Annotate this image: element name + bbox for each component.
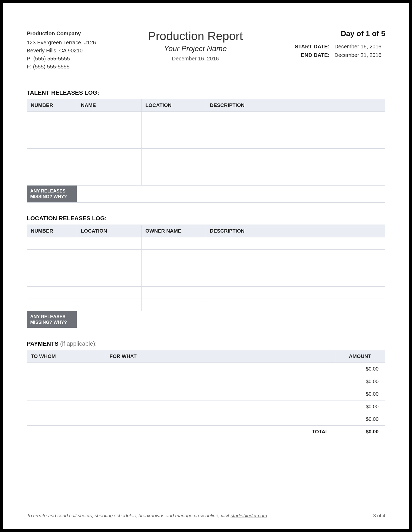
for-what-cell[interactable] <box>106 388 335 400</box>
report-date: December 16, 2016 <box>96 56 295 62</box>
start-date-row: START DATE: December 16, 2016 <box>295 42 385 51</box>
table-row: $0.00 <box>27 388 385 400</box>
location-missing-input[interactable] <box>77 311 385 328</box>
table-cell[interactable] <box>27 161 77 173</box>
table-cell[interactable] <box>142 299 206 311</box>
table-cell[interactable] <box>206 136 385 149</box>
table-cell[interactable] <box>77 274 142 286</box>
table-cell[interactable] <box>142 262 206 274</box>
table-cell[interactable] <box>77 149 142 161</box>
table-cell[interactable] <box>77 161 142 173</box>
table-cell[interactable] <box>77 237 142 249</box>
company-address-2: Beverly Hills, CA 90210 <box>27 47 96 55</box>
table-cell[interactable] <box>27 262 77 274</box>
table-cell[interactable] <box>206 161 385 173</box>
table-cell[interactable] <box>77 173 142 186</box>
table-cell[interactable] <box>27 149 77 161</box>
table-cell[interactable] <box>27 299 77 311</box>
table-cell[interactable] <box>27 286 77 299</box>
table-cell[interactable] <box>206 249 385 262</box>
col-owner-name: OWNER NAME <box>142 225 206 237</box>
location-releases-heading: LOCATION RELEASES LOG: <box>27 215 385 222</box>
to-whom-cell[interactable] <box>27 363 106 375</box>
table-cell[interactable] <box>142 249 206 262</box>
table-cell[interactable] <box>206 274 385 286</box>
table-cell[interactable] <box>142 237 206 249</box>
table-row: $0.00 <box>27 363 385 375</box>
page-number: 3 of 4 <box>373 513 385 519</box>
amount-cell[interactable]: $0.00 <box>335 413 385 426</box>
for-what-cell[interactable] <box>106 363 335 375</box>
table-cell[interactable] <box>77 112 142 124</box>
table-cell[interactable] <box>206 173 385 186</box>
page: Production Company 123 Evergreen Terrace… <box>0 0 412 532</box>
to-whom-cell[interactable] <box>27 388 106 400</box>
table-cell[interactable] <box>206 237 385 249</box>
table-row <box>27 149 385 161</box>
table-cell[interactable] <box>206 112 385 124</box>
table-cell[interactable] <box>27 124 77 136</box>
for-what-cell[interactable] <box>106 413 335 426</box>
col-location: LOCATION <box>142 99 206 112</box>
table-cell[interactable] <box>27 112 77 124</box>
table-cell[interactable] <box>206 286 385 299</box>
amount-cell[interactable]: $0.00 <box>335 400 385 413</box>
table-cell[interactable] <box>206 299 385 311</box>
footer-link[interactable]: studiobinder.com <box>231 513 267 518</box>
for-what-cell[interactable] <box>106 400 335 413</box>
table-cell[interactable] <box>142 112 206 124</box>
table-cell[interactable] <box>142 149 206 161</box>
day-of: Day of 1 of 5 <box>295 29 385 38</box>
table-cell[interactable] <box>142 274 206 286</box>
table-row <box>27 249 385 262</box>
table-cell[interactable] <box>27 249 77 262</box>
table-row: $0.00 <box>27 413 385 426</box>
col-number: NUMBER <box>27 99 77 112</box>
table-cell[interactable] <box>77 286 142 299</box>
table-cell[interactable] <box>206 149 385 161</box>
table-cell[interactable] <box>142 173 206 186</box>
table-cell[interactable] <box>27 274 77 286</box>
payments-heading: PAYMENTS (if applicable): <box>27 340 385 347</box>
table-cell[interactable] <box>142 286 206 299</box>
talent-releases-footer-row: ANY RELEASES MISSING? WHY? <box>27 186 385 203</box>
table-row <box>27 124 385 136</box>
meta-block: Day of 1 of 5 START DATE: December 16, 2… <box>295 29 385 59</box>
table-row <box>27 286 385 299</box>
company-phone: P: (555) 555-5555 <box>27 55 96 63</box>
table-cell[interactable] <box>77 262 142 274</box>
table-cell[interactable] <box>142 136 206 149</box>
talent-missing-input[interactable] <box>77 186 385 203</box>
col-location: LOCATION <box>77 225 142 237</box>
table-row <box>27 136 385 149</box>
table-cell[interactable] <box>77 249 142 262</box>
table-row <box>27 161 385 173</box>
company-name: Production Company <box>27 29 96 37</box>
table-cell[interactable] <box>206 262 385 274</box>
to-whom-cell[interactable] <box>27 400 106 413</box>
col-amount: AMOUNT <box>335 350 385 363</box>
table-row <box>27 262 385 274</box>
col-for-what: FOR WHAT <box>106 350 335 363</box>
amount-cell[interactable]: $0.00 <box>335 363 385 375</box>
table-row: $0.00 <box>27 400 385 413</box>
table-cell[interactable] <box>77 136 142 149</box>
to-whom-cell[interactable] <box>27 375 106 388</box>
amount-cell[interactable]: $0.00 <box>335 375 385 388</box>
table-cell[interactable] <box>27 136 77 149</box>
for-what-cell[interactable] <box>106 375 335 388</box>
table-cell[interactable] <box>77 299 142 311</box>
table-cell[interactable] <box>27 173 77 186</box>
table-header-row: TO WHOM FOR WHAT AMOUNT <box>27 350 385 363</box>
table-cell[interactable] <box>206 124 385 136</box>
col-number: NUMBER <box>27 225 77 237</box>
table-cell[interactable] <box>27 237 77 249</box>
table-cell[interactable] <box>77 124 142 136</box>
col-name: NAME <box>77 99 142 112</box>
to-whom-cell[interactable] <box>27 413 106 426</box>
talent-releases-table: NUMBER NAME LOCATION DESCRIPTION ANY REL… <box>27 99 385 203</box>
amount-cell[interactable]: $0.00 <box>335 388 385 400</box>
table-cell[interactable] <box>142 124 206 136</box>
table-cell[interactable] <box>142 161 206 173</box>
footer-prefix: To create and send call sheets, shooting… <box>27 513 231 518</box>
